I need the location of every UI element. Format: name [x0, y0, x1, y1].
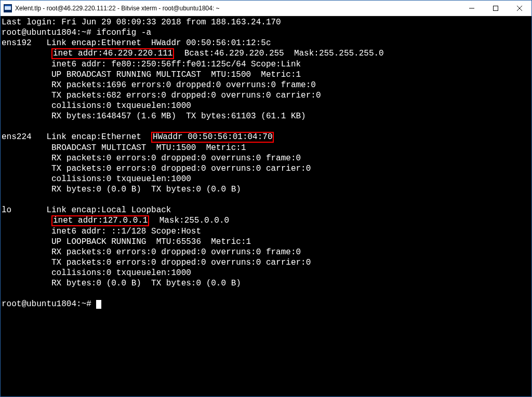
- ens192-line6: TX packets:682 errors:0 dropped:0 overru…: [2, 91, 321, 100]
- ens224-hwaddr-highlight: HWaddr 00:50:56:01:04:70: [151, 132, 274, 143]
- window-title: Xelent.tlp - root@46.229.220.111:22 - Bi…: [15, 5, 460, 12]
- lo-line1: Link encap:Local Loopback: [11, 206, 171, 215]
- terminal-area[interactable]: Last login: Fri Jun 29 08:09:33 2018 fro…: [1, 16, 531, 396]
- lo-line3: inet6 addr: ::1/128 Scope:Host: [2, 227, 201, 236]
- ens224-line1-before: Link encap:Ethernet: [32, 132, 151, 142]
- ens224-line3: RX packets:0 errors:0 dropped:0 overruns…: [2, 154, 301, 163]
- cursor: [96, 300, 101, 309]
- lo-line4: UP LOOPBACK RUNNING MTU:65536 Metric:1: [2, 237, 251, 247]
- ens192-line8: RX bytes:1648457 (1.6 MB) TX bytes:61103…: [2, 112, 306, 121]
- ens192-line7: collisions:0 txqueuelen:1000: [2, 101, 191, 111]
- iface-ens192-name: ens192: [2, 38, 32, 48]
- window-controls: [460, 1, 531, 16]
- ens224-line6: RX bytes:0 (0.0 B) TX bytes:0 (0.0 B): [2, 185, 241, 194]
- ens192-line4: UP BROADCAST RUNNING MULTICAST MTU:1500 …: [2, 70, 301, 79]
- ens192-line5: RX packets:1696 errors:0 dropped:0 overr…: [2, 80, 316, 90]
- lo-line2-after: Mask:255.0.0.0: [149, 216, 229, 225]
- ens192-line1: Link encap:Ethernet HWaddr 00:50:56:01:1…: [32, 38, 271, 48]
- titlebar: Xelent.tlp - root@46.229.220.111:22 - Bi…: [1, 1, 531, 16]
- ens224-line4: TX packets:0 errors:0 dropped:0 overruns…: [2, 164, 311, 173]
- last-login-line: Last login: Fri Jun 29 08:09:33 2018 fro…: [2, 18, 281, 27]
- lo-inet-highlight: inet addr:127.0.0.1: [51, 215, 149, 226]
- close-button[interactable]: [508, 1, 531, 16]
- ens224-line5: collisions:0 txqueuelen:1000: [2, 174, 191, 184]
- ens192-line2-after: Bcast:46.229.220.255 Mask:255.255.255.0: [174, 49, 383, 58]
- prompt-with-command: root@ubuntu1804:~# ifconfig -a: [2, 28, 151, 37]
- ens224-line2: BROADCAST MULTICAST MTU:1500 Metric:1: [2, 143, 246, 153]
- lo-line7: collisions:0 txqueuelen:1000: [2, 268, 191, 278]
- maximize-button[interactable]: [484, 1, 508, 16]
- svg-rect-4: [494, 6, 498, 10]
- iface-lo-name: lo: [2, 206, 11, 215]
- lo-line6: TX packets:0 errors:0 dropped:0 overruns…: [2, 258, 311, 267]
- ens192-inet-highlight: inet addr:46.229.220.111: [51, 48, 174, 59]
- lo-line8: RX bytes:0 (0.0 B) TX bytes:0 (0.0 B): [2, 279, 241, 288]
- lo-line5: RX packets:0 errors:0 dropped:0 overruns…: [2, 248, 301, 257]
- iface-ens224-name: ens224: [2, 132, 32, 142]
- ens192-line3: inet6 addr: fe80::250:56ff:fe01:125c/64 …: [2, 60, 301, 69]
- app-icon: [4, 4, 12, 12]
- svg-rect-2: [5, 5, 11, 6]
- minimize-button[interactable]: [460, 1, 484, 16]
- prompt-end: root@ubuntu1804:~#: [2, 299, 96, 309]
